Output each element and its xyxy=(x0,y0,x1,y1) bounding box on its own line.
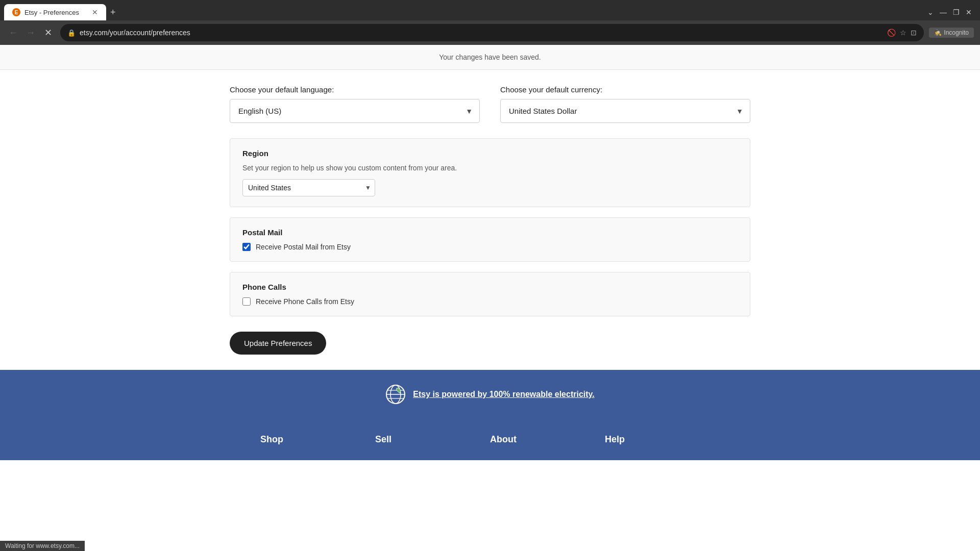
footer-links-section: Shop Sell About Help xyxy=(0,419,980,460)
incognito-icon: 🕵 xyxy=(934,29,942,36)
language-group: Choose your default language: English (U… xyxy=(230,85,480,123)
footer-help-link[interactable]: Help xyxy=(605,434,720,445)
postal-mail-label-text: Receive Postal Mail from Etsy xyxy=(256,243,351,251)
postal-mail-checkbox[interactable] xyxy=(242,243,251,251)
split-screen-icon[interactable]: ⊡ xyxy=(911,29,917,37)
currency-select-wrapper: United States Dollar Euro British Pound … xyxy=(500,99,750,123)
back-button[interactable]: ← xyxy=(6,26,20,40)
currency-select[interactable]: United States Dollar Euro British Pound … xyxy=(500,99,750,123)
language-select[interactable]: English (US) English (UK) Français Deuts… xyxy=(230,99,480,123)
nav-buttons: ← → ✕ xyxy=(6,26,55,40)
forward-button[interactable]: → xyxy=(23,26,38,40)
saved-text: Your changes have been saved. xyxy=(439,53,541,61)
footer-renewable-banner: Etsy is powered by 100% renewable electr… xyxy=(0,370,980,419)
preferences-page: Choose your default language: English (U… xyxy=(209,70,771,370)
footer-col-shop: Shop xyxy=(260,434,375,445)
incognito-label: Incognito xyxy=(944,29,969,36)
region-title: Region xyxy=(242,149,738,158)
language-select-wrapper: English (US) English (UK) Français Deuts… xyxy=(230,99,480,123)
status-text: Waiting for www.etsy.com... xyxy=(5,542,80,549)
address-bar[interactable]: 🔒 etsy.com/your/account/preferences 🚫 ☆ … xyxy=(60,24,924,41)
maximize-button[interactable]: ❐ xyxy=(953,8,960,16)
footer-col-about: About xyxy=(490,434,605,445)
region-description: Set your region to help us show you cust… xyxy=(242,164,738,172)
tab-title: Etsy - Preferences xyxy=(24,9,79,16)
phone-calls-label-text: Receive Phone Calls from Etsy xyxy=(256,297,354,306)
footer-about-link[interactable]: About xyxy=(490,434,605,445)
postal-mail-section: Postal Mail Receive Postal Mail from Ets… xyxy=(230,217,750,262)
update-preferences-button[interactable]: Update Preferences xyxy=(230,332,326,355)
phone-calls-title: Phone Calls xyxy=(242,283,738,291)
tab-close-button[interactable]: ✕ xyxy=(92,8,98,16)
footer-shop-link[interactable]: Shop xyxy=(260,434,375,445)
currency-group: Choose your default currency: United Sta… xyxy=(500,85,750,123)
renewable-text[interactable]: Etsy is powered by 100% renewable electr… xyxy=(413,390,594,399)
url-display: etsy.com/your/account/preferences xyxy=(80,29,883,37)
tab-list-icon[interactable]: ⌄ xyxy=(927,8,934,16)
footer-col-sell: Sell xyxy=(375,434,490,445)
reload-button[interactable]: ✕ xyxy=(41,26,55,40)
phone-calls-checkbox-label[interactable]: Receive Phone Calls from Etsy xyxy=(242,297,738,306)
bookmark-icon[interactable]: ☆ xyxy=(900,29,906,37)
region-select[interactable]: United States Canada United Kingdom Aust… xyxy=(242,179,375,196)
incognito-badge: 🕵 Incognito xyxy=(929,28,974,38)
active-tab[interactable]: E Etsy - Preferences ✕ xyxy=(4,4,106,20)
phone-calls-checkbox[interactable] xyxy=(242,297,251,306)
postal-mail-title: Postal Mail xyxy=(242,228,738,237)
phone-calls-section: Phone Calls Receive Phone Calls from Ets… xyxy=(230,272,750,316)
language-label: Choose your default language: xyxy=(230,85,480,94)
tab-bar: E Etsy - Preferences ✕ + ⌄ — ❐ ✕ xyxy=(0,0,980,20)
footer-sell-link[interactable]: Sell xyxy=(375,434,490,445)
browser-actions: 🕵 Incognito xyxy=(929,28,974,38)
region-section: Region Set your region to help us show y… xyxy=(230,138,750,207)
footer-links-grid: Shop Sell About Help xyxy=(260,434,720,445)
preferences-container: Choose your default language: English (U… xyxy=(230,70,750,370)
window-controls: ⌄ — ❐ ✕ xyxy=(927,8,980,16)
saved-banner: Your changes have been saved. xyxy=(0,45,980,70)
language-currency-row: Choose your default language: English (U… xyxy=(230,85,750,123)
footer-col-help: Help xyxy=(605,434,720,445)
address-bar-icons: 🚫 ☆ ⊡ xyxy=(887,29,917,37)
close-window-button[interactable]: ✕ xyxy=(966,8,972,16)
minimize-button[interactable]: — xyxy=(940,8,947,16)
browser-chrome: E Etsy - Preferences ✕ + ⌄ — ❐ ✕ ← → ✕ 🔒… xyxy=(0,0,980,45)
no-track-icon: 🚫 xyxy=(887,29,896,37)
postal-mail-checkbox-label[interactable]: Receive Postal Mail from Etsy xyxy=(242,243,738,251)
lock-icon: 🔒 xyxy=(67,29,76,37)
new-tab-button[interactable]: + xyxy=(106,7,120,18)
tab-favicon: E xyxy=(12,8,20,16)
currency-label: Choose your default currency: xyxy=(500,85,750,94)
status-bar: Waiting for www.etsy.com... xyxy=(0,541,85,551)
address-bar-row: ← → ✕ 🔒 etsy.com/your/account/preference… xyxy=(0,20,980,45)
globe-icon xyxy=(385,384,406,405)
